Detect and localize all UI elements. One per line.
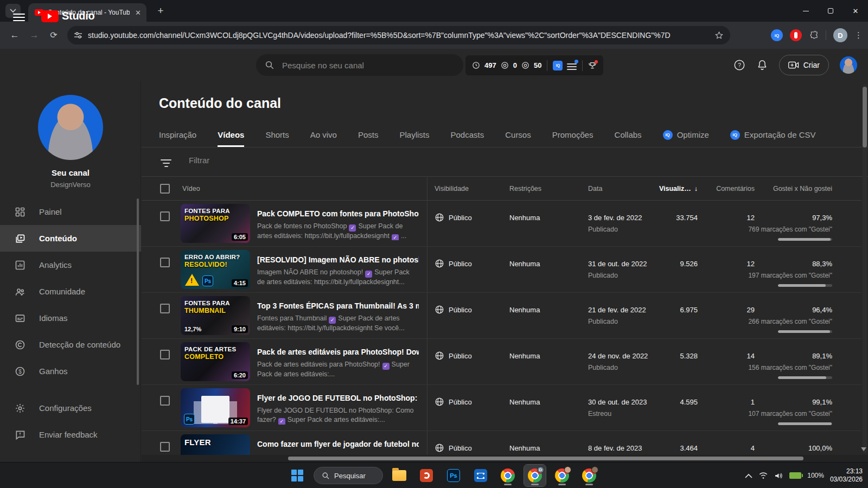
col-views-sorted[interactable]: Visualiz…↓: [633, 185, 698, 192]
vidiq-boost-icon[interactable]: iQ: [553, 61, 563, 70]
channel-avatar-small[interactable]: [840, 56, 857, 74]
wifi-icon[interactable]: [758, 471, 768, 480]
start-button[interactable]: [286, 465, 308, 486]
visibility-cell[interactable]: Público: [435, 351, 472, 361]
video-row[interactable]: FONTES PARA PHOTOSHOP 6:05 Pack COMPLETO…: [142, 201, 861, 247]
col-visibility[interactable]: Visibilidade: [435, 185, 469, 192]
vidiq-checklist-icon[interactable]: [567, 62, 577, 69]
visibility-cell[interactable]: Público: [435, 443, 472, 453]
sidebar-item-ganhos[interactable]: $ Ganhos: [0, 358, 141, 384]
photoshop-icon[interactable]: Ps: [443, 465, 464, 486]
back-button[interactable]: ←: [8, 28, 22, 42]
sidebar-item-conteudo[interactable]: Conteúdo: [0, 225, 141, 252]
row-checkbox[interactable]: [160, 396, 170, 406]
chrome-profile-d-icon[interactable]: D: [524, 465, 546, 486]
powerpoint-icon[interactable]: [416, 465, 437, 486]
tab-ao-vivo[interactable]: Ao vivo: [310, 123, 337, 147]
video-title[interactable]: Top 3 Fontes ÉPICAS para Thumbnail! As 3…: [257, 301, 419, 310]
col-date[interactable]: Data: [588, 185, 602, 192]
sidebar-item-configuracoes[interactable]: Configurações: [0, 395, 141, 421]
browser-profile-avatar[interactable]: D: [833, 28, 847, 42]
sidebar-item-deteccao[interactable]: Detecção de conteúdo: [0, 331, 141, 358]
filter-input[interactable]: [188, 155, 350, 165]
studio-search-input[interactable]: [281, 60, 455, 70]
taskbar-clock[interactable]: 23:13 03/03/2026: [830, 467, 863, 484]
video-thumbnail[interactable]: Ps 14:37: [181, 388, 250, 427]
select-all-checkbox[interactable]: [160, 184, 170, 194]
video-title[interactable]: [RESOLVIDO] Imagem NÃO ABRE no photosho.…: [257, 255, 419, 264]
horizontal-scrollbar-thumb[interactable]: [288, 457, 803, 460]
horizontal-scrollbar[interactable]: [142, 455, 868, 462]
volume-icon[interactable]: [774, 472, 783, 480]
video-thumbnail[interactable]: FONTES PARA THUMBNAIL 12,7% 9:10: [181, 296, 250, 335]
chrome-profile-2-icon[interactable]: [551, 465, 573, 486]
row-checkbox[interactable]: [160, 304, 170, 313]
create-button[interactable]: Criar: [779, 55, 829, 75]
window-close-button[interactable]: ✕: [843, 0, 868, 22]
row-checkbox[interactable]: [160, 258, 170, 267]
tab-optimize[interactable]: iQ Optimize: [663, 123, 709, 147]
video-thumbnail[interactable]: ERRO AO ABRIR? RESOLVIDO! Ps 4:15: [181, 250, 250, 289]
tab-podcasts[interactable]: Podcasts: [451, 123, 484, 147]
tab-shorts[interactable]: Shorts: [265, 123, 289, 147]
browser-menu-icon[interactable]: ⋮: [854, 30, 863, 40]
filter-icon[interactable]: [161, 157, 171, 169]
studio-brand[interactable]: Studio: [62, 10, 94, 22]
tab-inspiracao[interactable]: Inspiração: [159, 123, 196, 147]
sidebar-item-feedback[interactable]: Enviar feedback: [0, 421, 141, 448]
video-title[interactable]: Pack COMPLETO com fontes para PhotoShop!…: [257, 209, 419, 218]
visibility-cell[interactable]: Público: [435, 259, 472, 268]
video-row[interactable]: Ps 14:37 Flyer de JOGO DE FUTEBOL no Pho…: [142, 385, 861, 431]
youtube-logo-icon[interactable]: [41, 10, 59, 22]
vidiq-extension-icon[interactable]: iQ: [771, 29, 783, 41]
tab-promocoes[interactable]: Promoções: [552, 123, 593, 147]
tab-close-icon[interactable]: ✕: [134, 9, 142, 17]
visibility-cell[interactable]: Público: [435, 213, 472, 222]
tab-videos[interactable]: Vídeos: [218, 123, 244, 147]
sidebar-item-painel[interactable]: Painel: [0, 198, 141, 225]
adblock-extension-icon[interactable]: [790, 29, 802, 41]
sidebar-item-comunidade[interactable]: Comunidade: [0, 278, 141, 305]
taskbar-search[interactable]: Pesquisar: [314, 467, 383, 484]
battery-icon[interactable]: [789, 472, 801, 479]
window-minimize-button[interactable]: [793, 0, 818, 22]
vertical-scrollbar-thumb[interactable]: [863, 87, 867, 147]
tab-posts[interactable]: Posts: [358, 123, 379, 147]
forward-button[interactable]: →: [27, 28, 41, 42]
achievements-trophy-icon[interactable]: [588, 61, 597, 70]
tab-playlists[interactable]: Playlists: [399, 123, 429, 147]
tab-cursos[interactable]: Cursos: [505, 123, 531, 147]
chrome-icon[interactable]: [497, 465, 519, 486]
video-editor-icon[interactable]: [470, 465, 492, 486]
col-video[interactable]: Vídeo: [182, 185, 200, 192]
video-title[interactable]: Pack de artes editáveis para PhotoShop! …: [257, 348, 419, 356]
scrollbar-down-arrow[interactable]: [861, 447, 866, 451]
row-checkbox[interactable]: [160, 442, 170, 452]
video-title[interactable]: Flyer de JOGO DE FUTEBOL no PhotoShop: C…: [257, 394, 419, 402]
tray-chevron-icon[interactable]: [745, 473, 752, 478]
extensions-puzzle-icon[interactable]: [809, 30, 819, 40]
reload-button[interactable]: ⟳: [47, 28, 61, 42]
visibility-cell[interactable]: Público: [435, 397, 472, 407]
sidebar-scrollbar[interactable]: [137, 198, 139, 385]
window-maximize-button[interactable]: [818, 0, 843, 22]
new-tab-button[interactable]: +: [154, 4, 167, 17]
site-settings-icon[interactable]: [74, 31, 82, 40]
row-checkbox[interactable]: [160, 211, 170, 221]
help-icon[interactable]: ?: [733, 59, 745, 71]
channel-avatar-large[interactable]: [38, 95, 103, 160]
video-thumbnail[interactable]: FONTES PARA PHOTOSHOP 6:05: [181, 204, 250, 243]
menu-hamburger-icon[interactable]: [13, 11, 25, 23]
sidebar-item-idiomas[interactable]: Idiomas: [0, 305, 141, 331]
sidebar-item-analytics[interactable]: Analytics: [0, 252, 141, 278]
tab-collabs[interactable]: Collabs: [615, 123, 642, 147]
visibility-cell[interactable]: Público: [435, 305, 472, 314]
video-thumbnail[interactable]: PACK DE ARTES COMPLETO 6:20: [181, 342, 250, 381]
address-bar[interactable]: studio.youtube.com/channel/UCxm3WCOLdj8p…: [67, 26, 730, 44]
video-row[interactable]: ERRO AO ABRIR? RESOLVIDO! Ps 4:15 [RESOL…: [142, 247, 861, 293]
row-checkbox[interactable]: [160, 350, 170, 359]
file-explorer-icon[interactable]: [388, 465, 410, 486]
vidiq-stats-pill[interactable]: 497 0 50 iQ: [465, 55, 603, 75]
col-likes[interactable]: Gostei x Não gostei: [724, 185, 832, 192]
studio-search-box[interactable]: [256, 54, 463, 76]
